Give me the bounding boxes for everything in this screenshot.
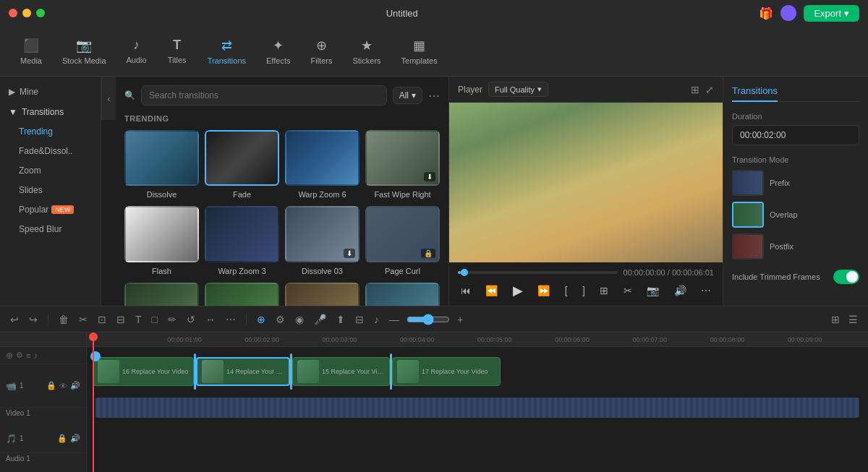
frame-back-button[interactable]: ⏪ <box>482 283 501 298</box>
add-to-timeline-button[interactable]: ⊞ <box>597 283 611 298</box>
split-button[interactable]: ⊟ <box>114 312 128 327</box>
progress-bar[interactable] <box>458 271 618 274</box>
track-settings-button[interactable]: ⚙ <box>16 351 23 360</box>
zoom-out-button[interactable]: — <box>386 312 402 327</box>
text-button[interactable]: T <box>132 312 145 327</box>
paint-button[interactable]: ✏ <box>165 312 179 327</box>
list-view-button[interactable]: ☰ <box>846 312 861 327</box>
toolbar-media[interactable]: ⬛ Media <box>12 33 51 69</box>
frame-forward-button[interactable]: ⏩ <box>535 283 553 298</box>
sidebar-item-fadedissolve[interactable]: Fade&Dissol.. <box>4 142 96 160</box>
more-tools-button[interactable]: ⋯ <box>223 312 239 327</box>
skip-back-button[interactable]: ⏮ <box>458 283 474 298</box>
transition-dissolve03[interactable]: ⬇ Dissolve 03 <box>285 206 359 276</box>
clip-2[interactable]: 14 Replace Your Video <box>196 357 290 386</box>
extract-button[interactable]: ⬆ <box>333 312 348 327</box>
mode-postfix[interactable]: Postfix <box>732 233 859 259</box>
transition-pagecurl[interactable]: 🔒 Page Curl <box>365 206 440 276</box>
audio-mute-button[interactable]: 🔊 <box>70 434 80 443</box>
mic-button[interactable]: 🎤 <box>311 312 329 327</box>
sidebar-transitions-header[interactable]: ▼ Transitions <box>0 103 101 121</box>
auto-detect-button[interactable]: ◉ <box>292 312 307 327</box>
player-tab[interactable]: Player <box>458 85 482 95</box>
duration-value[interactable]: 00:00:02:00 <box>732 125 859 145</box>
quality-dropdown[interactable]: Full Quality ▾ <box>488 82 548 97</box>
toolbar-templates[interactable]: ▦ Templates <box>393 33 446 69</box>
toolbar-stickers[interactable]: ★ Stickers <box>344 33 389 69</box>
sidebar-item-zoom[interactable]: Zoom <box>4 161 96 180</box>
delete-button[interactable]: 🗑 <box>56 312 72 327</box>
mark-in-button[interactable]: [ <box>562 283 571 298</box>
gift-icon[interactable]: 🎁 <box>759 7 773 20</box>
shape-button[interactable]: □ <box>149 312 161 327</box>
more-button[interactable]: ⋯ <box>698 283 714 298</box>
transition-pushright[interactable]: Push Right <box>285 283 359 306</box>
grid-view-button[interactable]: ⊞ <box>828 312 843 327</box>
video-lock-button[interactable]: 🔒 <box>46 381 56 390</box>
zoom-in-button[interactable]: + <box>454 312 466 327</box>
fullscreen-button[interactable]: ⤢ <box>705 84 714 95</box>
undo-button[interactable]: ↩ <box>7 312 22 327</box>
close-button[interactable] <box>9 9 17 17</box>
playhead-handle[interactable] <box>89 332 98 341</box>
transition-flash[interactable]: Flash <box>124 206 199 276</box>
transition-fastwiperight[interactable]: ⬇ Fast Wipe Right <box>365 130 440 200</box>
toolbar-filters[interactable]: ⊕ Filters <box>302 33 341 69</box>
snapshot-button[interactable]: 📷 <box>644 283 662 298</box>
progress-handle[interactable] <box>461 269 468 276</box>
mode-prefix[interactable]: Prefix <box>732 170 859 196</box>
transitions-tab[interactable]: Transitions <box>732 85 778 102</box>
profile-icon[interactable] <box>780 5 796 21</box>
zoom-slider[interactable] <box>407 314 450 325</box>
track-layout-button[interactable]: ≡ <box>26 351 30 360</box>
subtitle-button[interactable]: ⊟ <box>352 312 367 327</box>
clip-1[interactable]: 16 Replace Your Video <box>93 357 194 386</box>
sidebar-mine[interactable]: ▶ Mine <box>0 82 101 101</box>
cut-button[interactable]: ✂ <box>76 312 90 327</box>
export-button[interactable]: Export ▾ <box>804 5 859 22</box>
more-options-button[interactable]: ⋯ <box>428 89 440 103</box>
clip-3[interactable]: 15 Replace Your Video <box>292 357 390 386</box>
minimize-button[interactable] <box>22 9 31 17</box>
transition-dissolve[interactable]: Dissolve <box>124 130 199 200</box>
toolbar-audio[interactable]: ♪ Audio <box>118 33 156 69</box>
settings-button[interactable]: ⚙ <box>273 312 288 327</box>
maximize-button[interactable] <box>36 9 45 17</box>
flip-button[interactable]: ↔ <box>203 312 218 327</box>
crop-button[interactable]: ⊡ <box>95 312 109 327</box>
volume-button[interactable]: 🔊 <box>671 283 689 298</box>
rotate-button[interactable]: ↺ <box>184 312 198 327</box>
grid-view-button[interactable]: ⊞ <box>691 84 699 95</box>
sidebar-collapse-button[interactable]: ‹ <box>101 77 116 120</box>
audio-clip[interactable] <box>95 398 859 418</box>
sidebar-item-speedblur[interactable]: Speed Blur <box>4 220 96 239</box>
clip-4[interactable]: 17 Replace Your Video <box>392 357 501 386</box>
toolbar-stock-media[interactable]: 📷 Stock Media <box>54 33 115 69</box>
video-mute-button[interactable]: 🔊 <box>70 381 80 390</box>
transition-fade[interactable]: Fade <box>205 130 279 200</box>
audio-button[interactable]: ♪ <box>371 312 382 327</box>
track-audio-button[interactable]: ♪ <box>33 351 38 360</box>
audio-lock-button[interactable]: 🔒 <box>57 434 67 443</box>
toolbar-effects[interactable]: ✦ Effects <box>258 33 299 69</box>
video-hide-button[interactable]: 👁 <box>59 381 67 390</box>
mode-overlap[interactable]: Overlap <box>732 202 859 228</box>
snap-button[interactable]: ⊕ <box>254 312 268 327</box>
filter-dropdown[interactable]: All ▾ <box>393 87 422 104</box>
transition-warpzoom6[interactable]: Warp Zoom 6 <box>285 130 359 200</box>
transition-photofreeze[interactable]: 🔒 Photo Freeze <box>365 283 440 306</box>
split-button[interactable]: ✂ <box>621 283 635 298</box>
redo-button[interactable]: ↪ <box>26 312 41 327</box>
toolbar-titles[interactable]: T Titles <box>158 33 196 69</box>
include-trimmed-toggle[interactable] <box>833 270 859 284</box>
search-input[interactable] <box>141 85 387 106</box>
sidebar-item-trending[interactable]: Trending <box>4 122 96 141</box>
sidebar-item-slides[interactable]: Slides <box>4 181 96 199</box>
toolbar-transitions[interactable]: ⇄ Transitions <box>199 33 255 69</box>
play-button[interactable]: ▶ <box>510 281 526 300</box>
transition-warpzoom3[interactable]: Warp Zoom 3 <box>205 206 279 276</box>
transition-cinematic[interactable]: Cinematic Digit... <box>124 283 199 306</box>
add-track-button[interactable]: ⊕ <box>6 351 13 361</box>
mark-out-button[interactable]: ] <box>579 283 588 298</box>
transition-glitch[interactable]: Glitch Blocks <box>205 283 279 306</box>
